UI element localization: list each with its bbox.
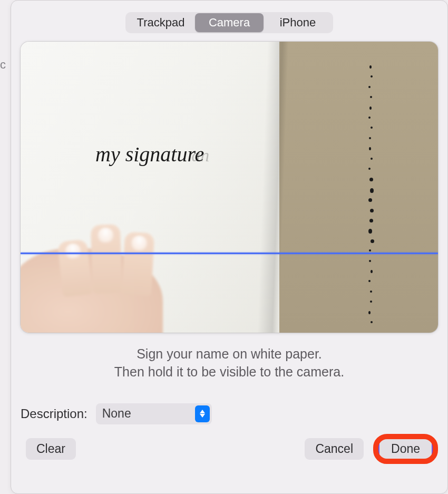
- done-button[interactable]: Done: [379, 438, 432, 460]
- dialog-button-row: Clear Cancel Done: [26, 434, 438, 464]
- detected-signature: my signaturean: [95, 142, 209, 167]
- signature-text: my signature: [95, 142, 204, 166]
- instruction-text: Sign your name on white paper. Then hold…: [11, 345, 447, 381]
- signature-ghost-overlay: an: [191, 146, 209, 165]
- instruction-line2: Then hold it to be visible to the camera…: [11, 363, 447, 381]
- instruction-line1: Sign your name on white paper.: [11, 345, 447, 363]
- tab-label: Trackpad: [137, 16, 185, 30]
- signature-dialog: Trackpad Camera iPhone my signaturean Si…: [11, 0, 448, 494]
- tab-label: Camera: [209, 16, 250, 30]
- baseline-guide-line: [21, 253, 438, 254]
- description-select-value: None: [102, 406, 131, 421]
- description-select[interactable]: None: [96, 403, 212, 424]
- paper-edge-marks: [369, 65, 375, 321]
- camera-preview: my signaturean: [21, 42, 438, 333]
- tab-trackpad[interactable]: Trackpad: [126, 13, 195, 32]
- tab-iphone[interactable]: iPhone: [264, 13, 332, 32]
- cancel-button[interactable]: Cancel: [305, 438, 364, 460]
- description-row: Description: None: [21, 403, 438, 424]
- background-truncated-text: c: [0, 58, 11, 72]
- description-label: Description:: [21, 406, 87, 421]
- done-button-highlight-wrap: Done: [373, 434, 438, 464]
- clear-button[interactable]: Clear: [26, 438, 76, 460]
- select-stepper-icon: [195, 405, 210, 422]
- hand-holding-paper: [21, 238, 179, 333]
- tab-label: iPhone: [280, 16, 316, 30]
- tab-camera[interactable]: Camera: [195, 13, 264, 32]
- table-surface: [279, 42, 438, 333]
- input-method-segmented-control: Trackpad Camera iPhone: [125, 12, 333, 33]
